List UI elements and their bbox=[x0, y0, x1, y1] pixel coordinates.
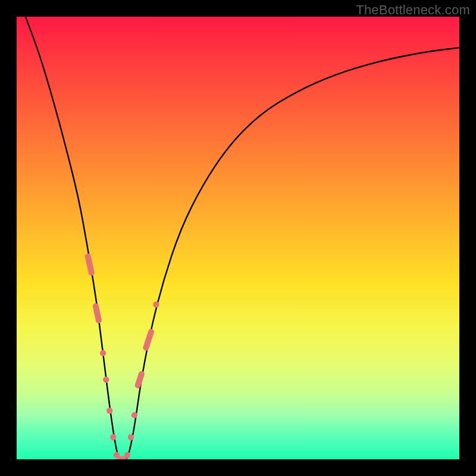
value-dot bbox=[117, 456, 123, 459]
bottleneck-curve bbox=[17, 17, 459, 459]
value-dot bbox=[124, 452, 130, 458]
value-dot bbox=[110, 434, 116, 440]
value-dot bbox=[103, 377, 109, 383]
value-dot bbox=[128, 434, 134, 440]
watermark-text: TheBottleneck.com bbox=[356, 2, 470, 18]
value-dash bbox=[88, 256, 92, 273]
value-dash bbox=[146, 332, 151, 348]
value-dot bbox=[121, 456, 127, 459]
value-dash bbox=[138, 374, 142, 386]
value-markers bbox=[88, 256, 159, 459]
value-dot bbox=[131, 412, 137, 418]
value-dot bbox=[114, 452, 120, 458]
curve-path bbox=[26, 17, 459, 459]
value-dot bbox=[100, 350, 106, 356]
chart-plot-area bbox=[17, 17, 459, 459]
value-dot bbox=[153, 301, 159, 307]
value-dot bbox=[107, 408, 112, 414]
value-dash bbox=[96, 306, 99, 321]
